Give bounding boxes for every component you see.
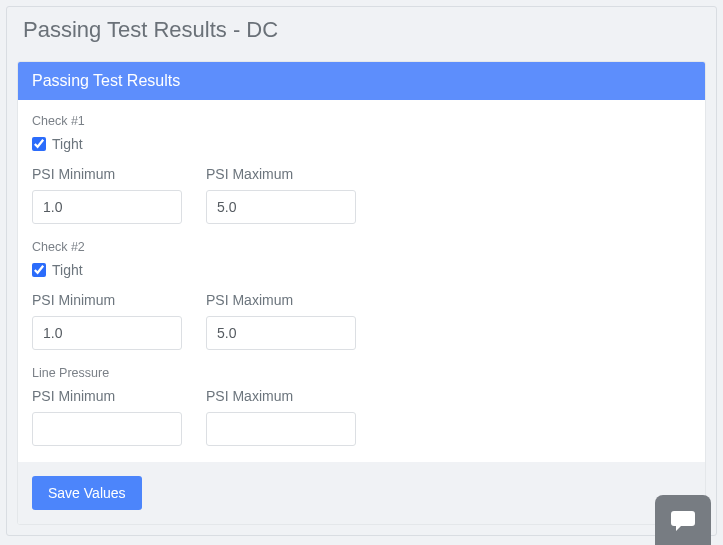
tight-checkbox-check2[interactable] <box>32 263 46 277</box>
section-line-pressure: Line Pressure PSI Minimum PSI Maximum <box>32 366 691 446</box>
psi-min-field-check1: PSI Minimum <box>32 166 182 224</box>
psi-max-label-check1: PSI Maximum <box>206 166 356 182</box>
outer-panel: Passing Test Results - DC Passing Test R… <box>6 6 717 536</box>
tight-label-check2: Tight <box>52 262 83 278</box>
psi-min-field-check2: PSI Minimum <box>32 292 182 350</box>
section-check2: Check #2 Tight PSI Minimum PSI Maximum <box>32 240 691 350</box>
psi-max-label-check2: PSI Maximum <box>206 292 356 308</box>
section-label-check2: Check #2 <box>32 240 691 254</box>
card-header: Passing Test Results <box>18 62 705 100</box>
fields-row-line-pressure: PSI Minimum PSI Maximum <box>32 388 691 446</box>
card-footer: Save Values <box>18 462 705 524</box>
chat-icon <box>670 508 696 532</box>
psi-max-field-check2: PSI Maximum <box>206 292 356 350</box>
psi-min-label-check1: PSI Minimum <box>32 166 182 182</box>
section-label-check1: Check #1 <box>32 114 691 128</box>
psi-min-label-check2: PSI Minimum <box>32 292 182 308</box>
fields-row-check1: PSI Minimum PSI Maximum <box>32 166 691 224</box>
psi-min-input-check2[interactable] <box>32 316 182 350</box>
page-title: Passing Test Results - DC <box>7 7 716 61</box>
chat-widget[interactable] <box>655 495 711 545</box>
psi-max-label-line-pressure: PSI Maximum <box>206 388 356 404</box>
psi-max-input-line-pressure[interactable] <box>206 412 356 446</box>
section-check1: Check #1 Tight PSI Minimum PSI Maximum <box>32 114 691 224</box>
psi-max-field-check1: PSI Maximum <box>206 166 356 224</box>
psi-min-field-line-pressure: PSI Minimum <box>32 388 182 446</box>
psi-max-input-check1[interactable] <box>206 190 356 224</box>
tight-row-check1: Tight <box>32 136 691 152</box>
tight-checkbox-check1[interactable] <box>32 137 46 151</box>
tight-label-check1: Tight <box>52 136 83 152</box>
results-card: Passing Test Results Check #1 Tight PSI … <box>17 61 706 525</box>
psi-max-input-check2[interactable] <box>206 316 356 350</box>
section-label-line-pressure: Line Pressure <box>32 366 691 380</box>
tight-row-check2: Tight <box>32 262 691 278</box>
psi-max-field-line-pressure: PSI Maximum <box>206 388 356 446</box>
psi-min-input-check1[interactable] <box>32 190 182 224</box>
save-button[interactable]: Save Values <box>32 476 142 510</box>
psi-min-input-line-pressure[interactable] <box>32 412 182 446</box>
fields-row-check2: PSI Minimum PSI Maximum <box>32 292 691 350</box>
psi-min-label-line-pressure: PSI Minimum <box>32 388 182 404</box>
card-body: Check #1 Tight PSI Minimum PSI Maximum <box>18 100 705 446</box>
